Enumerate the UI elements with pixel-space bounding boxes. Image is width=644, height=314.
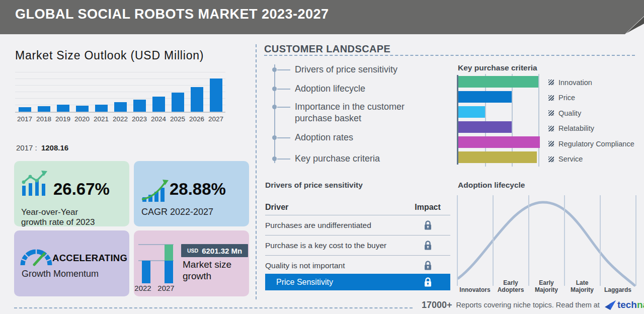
column-driver: Driver: [265, 203, 405, 212]
growth-comparison-mini-chart: [138, 244, 175, 284]
table-row: Purchases are undifferentiated: [265, 215, 450, 236]
technavio-arrow-icon: [605, 300, 616, 310]
criteria-bar: [458, 91, 512, 103]
impact-lock-cell: [405, 260, 450, 271]
year-tick-label: 2024: [149, 115, 168, 123]
stage-label: Early Majority: [528, 272, 565, 293]
table-row: Purchase is a key cost to the buyer: [265, 236, 450, 256]
legend-label: Relatability: [558, 124, 594, 132]
market-bar-column: 2020: [72, 72, 92, 112]
speedometer-icon: [20, 244, 52, 267]
node-dot-icon: [272, 156, 277, 161]
node-connector: [277, 69, 290, 70]
stage-label: Early Adopters: [493, 272, 529, 293]
market-outlook-title: Market Size Outlook (USD Million): [15, 49, 204, 62]
legend-item: Relatability: [548, 123, 634, 134]
bar-chart-trend-icon: [21, 170, 50, 196]
market-bar-column: 2026: [187, 72, 206, 112]
highlight-label: Price Sensitivity: [265, 278, 405, 287]
criteria-bar: [458, 136, 540, 148]
node-dot-icon: [272, 67, 277, 72]
landscape-list-item: Adoption lifecycle: [272, 83, 365, 95]
landscape-item-label: Adoption lifecycle: [295, 83, 365, 95]
market-size-bar: [95, 105, 108, 112]
brand-tech: tech: [617, 299, 637, 310]
criteria-bar: [458, 121, 512, 133]
brand-navio: navio: [637, 299, 644, 310]
lock-icon: [424, 240, 432, 251]
report-count: 17000+: [422, 300, 452, 310]
impact-lock-cell: [405, 220, 450, 230]
legend-label: Innovation: [558, 78, 592, 87]
drivers-table: Driver Impact Purchases are undifferenti…: [265, 197, 450, 275]
lock-icon: [424, 277, 432, 287]
header-bar: GLOBAL SOCIAL ROBOTS MARKET 2023-2027: [0, 0, 644, 34]
legend-item: Regulatory Compliance: [548, 138, 634, 149]
market-bar-column: 2024: [149, 72, 168, 112]
hatched-swatch-icon: [548, 156, 554, 162]
lock-icon: [424, 220, 432, 230]
market-size-bar: [114, 102, 127, 112]
node-connector: [277, 137, 290, 138]
hatched-swatch-icon: [548, 141, 554, 146]
market-size-growth-card: 2022 2027 USD 6201.32 Mn Market size gro…: [134, 230, 249, 296]
driver-label: Quality is not important: [265, 261, 405, 270]
year-tick-label: 2025: [168, 115, 187, 123]
landscape-item-label: Adoption rates: [295, 132, 353, 143]
technavio-logo[interactable]: technavio™: [605, 299, 644, 310]
criteria-bar: [458, 151, 537, 163]
hatched-swatch-icon: [548, 126, 554, 131]
landscape-list-item: Drivers of price sensitivity: [272, 64, 397, 75]
column-impact: Impact: [405, 203, 450, 212]
landscape-list-item: Importance in the customer purchase bask…: [272, 101, 425, 124]
market-bar-column: 2023: [130, 72, 149, 112]
node-dot-icon: [272, 105, 277, 109]
legend-label: Quality: [558, 109, 581, 117]
legend-item: Service: [548, 153, 634, 165]
legend-label: Regulatory Compliance: [558, 140, 634, 148]
hatched-swatch-icon: [548, 95, 554, 101]
key-purchase-criteria-chart: [457, 75, 543, 165]
base-year-label: 2017: [16, 143, 33, 152]
year-tick-label: 2026: [187, 115, 206, 123]
growth-amount-badge: USD 6201.32 Mn: [181, 244, 248, 257]
base-year-value: 2017 : 1208.16: [16, 143, 68, 152]
market-size-bar: [57, 105, 69, 112]
year-tick-label: 2022: [111, 115, 130, 123]
yoy-growth-value: 26.67%: [53, 180, 110, 199]
footer: 17000+ Reports covering niche topics. Re…: [422, 299, 644, 310]
stage-label: Late Majority: [564, 272, 600, 293]
vertical-dashed-divider: [256, 44, 257, 299]
adoption-lifecycle-chart: InnovatorsEarly AdoptersEarly MajorityLa…: [457, 195, 636, 294]
landscape-item-label: Drivers of price sensitivity: [295, 64, 397, 75]
node-connector: [277, 159, 290, 160]
growth-desc: Market size growth: [183, 259, 236, 282]
momentum-desc: Growth Momentum: [22, 269, 99, 279]
market-size-bar: [76, 106, 89, 112]
year-tick-label: 2021: [92, 115, 111, 123]
year-tick-label: 2027: [206, 115, 225, 123]
yoy-growth-desc: Year-over-Year growth rate of 2023: [21, 207, 95, 227]
criteria-bar: [458, 106, 485, 118]
market-bar-column: 2018: [34, 72, 53, 112]
mini-chart-year-left: 2022: [132, 284, 154, 292]
growth-amount: 6201.32 Mn: [202, 247, 242, 255]
market-bar-column: 2025: [168, 72, 187, 112]
rising-bars-arrow-icon: [141, 178, 169, 202]
stage-label: Laggards: [600, 272, 636, 293]
lock-icon: [424, 260, 432, 271]
desc-line-1: Year-over-Year: [21, 207, 78, 217]
mini-chart-year-right: 2027: [155, 284, 177, 292]
infographic-canvas: GLOBAL SOCIAL ROBOTS MARKET 2023-2027 Ma…: [0, 0, 644, 314]
market-bar-column: 2027: [206, 72, 225, 112]
node-dot-icon: [272, 87, 277, 91]
stage-label: Innovators: [457, 272, 493, 293]
footer-text: Reports covering niche topics. Read them…: [456, 301, 600, 309]
base-year-amount: 1208.16: [41, 143, 68, 152]
cagr-desc: CAGR 2022-2027: [141, 207, 213, 217]
node-connector: [277, 89, 290, 90]
cagr-card: 28.88% CAGR 2022-2027: [134, 161, 249, 226]
cagr-value: 28.88%: [170, 180, 226, 199]
legend-label: Service: [558, 155, 583, 163]
price-sensitivity-highlight-row: Price Sensitivity: [265, 274, 450, 290]
